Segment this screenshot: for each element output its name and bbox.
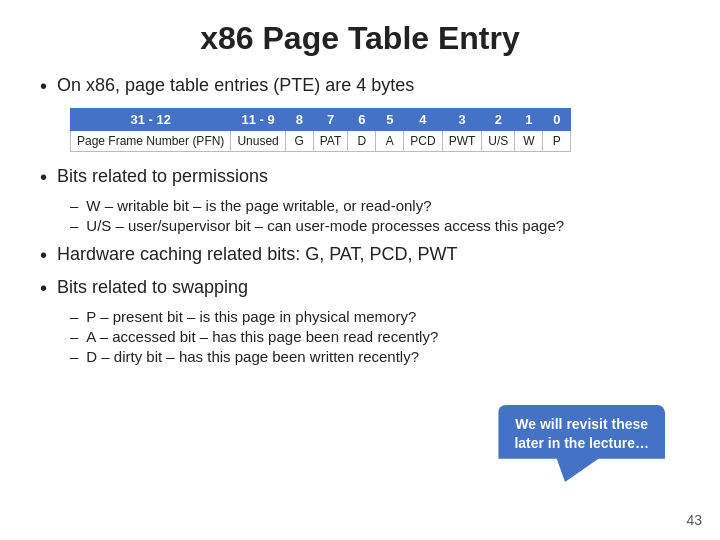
pte-label-row: Page Frame Number (PFN) Unused G PAT D A… bbox=[71, 131, 571, 152]
sub-bullet-us: U/S – user/supervisor bit – can user-mod… bbox=[70, 217, 680, 234]
pte-label-pfn: Page Frame Number (PFN) bbox=[71, 131, 231, 152]
pte-header-row: 31 - 12 11 - 9 8 7 6 5 4 3 2 1 0 bbox=[71, 109, 571, 131]
bullet-pte-main: On x86, page table entries (PTE) are 4 b… bbox=[40, 75, 680, 98]
pte-header-1: 1 bbox=[515, 109, 543, 131]
page-title: x86 Page Table Entry bbox=[40, 20, 680, 57]
pte-header-2: 2 bbox=[482, 109, 515, 131]
sub-bullet-d: D – dirty bit – has this page been writt… bbox=[70, 348, 680, 365]
tooltip-bubble: We will revisit these later in the lectu… bbox=[498, 405, 665, 482]
pte-header-0: 0 bbox=[543, 109, 571, 131]
pte-header-3: 3 bbox=[442, 109, 482, 131]
pte-table-wrapper: 31 - 12 11 - 9 8 7 6 5 4 3 2 1 0 Page Fr… bbox=[70, 108, 680, 152]
pte-label-pat: PAT bbox=[313, 131, 348, 152]
pte-header-8: 8 bbox=[285, 109, 313, 131]
pte-label-pcd: PCD bbox=[404, 131, 442, 152]
pte-table: 31 - 12 11 - 9 8 7 6 5 4 3 2 1 0 Page Fr… bbox=[70, 108, 571, 152]
pte-header-6: 6 bbox=[348, 109, 376, 131]
sub-bullet-a: A – accessed bit – has this page been re… bbox=[70, 328, 680, 345]
bullet-swapping-main: Bits related to swapping bbox=[40, 277, 680, 300]
pte-label-w: W bbox=[515, 131, 543, 152]
pte-label-a: A bbox=[376, 131, 404, 152]
section-hw-caching: Hardware caching related bits: G, PAT, P… bbox=[40, 244, 680, 267]
section-pte: On x86, page table entries (PTE) are 4 b… bbox=[40, 75, 680, 152]
tooltip-line1: We will revisit these bbox=[515, 416, 648, 432]
pte-header-4: 4 bbox=[404, 109, 442, 131]
bullet-permissions-main: Bits related to permissions bbox=[40, 166, 680, 189]
sub-bullet-p: P – present bit – is this page in physic… bbox=[70, 308, 680, 325]
section-permissions: Bits related to permissions W – writable… bbox=[40, 166, 680, 234]
page-number: 43 bbox=[686, 512, 702, 528]
pte-header-pfn: 31 - 12 bbox=[71, 109, 231, 131]
pte-label-g: G bbox=[285, 131, 313, 152]
pte-header-7: 7 bbox=[313, 109, 348, 131]
pte-label-us: U/S bbox=[482, 131, 515, 152]
pte-label-pwt: PWT bbox=[442, 131, 482, 152]
pte-header-11-9: 11 - 9 bbox=[231, 109, 285, 131]
bullet-hw-caching-main: Hardware caching related bits: G, PAT, P… bbox=[40, 244, 680, 267]
pte-label-d: D bbox=[348, 131, 376, 152]
tooltip-line2: later in the lecture… bbox=[514, 435, 649, 451]
sub-bullet-w: W – writable bit – is the page writable,… bbox=[70, 197, 680, 214]
pte-label-p: P bbox=[543, 131, 571, 152]
pte-label-unused: Unused bbox=[231, 131, 285, 152]
section-swapping: Bits related to swapping P – present bit… bbox=[40, 277, 680, 365]
pte-header-5: 5 bbox=[376, 109, 404, 131]
